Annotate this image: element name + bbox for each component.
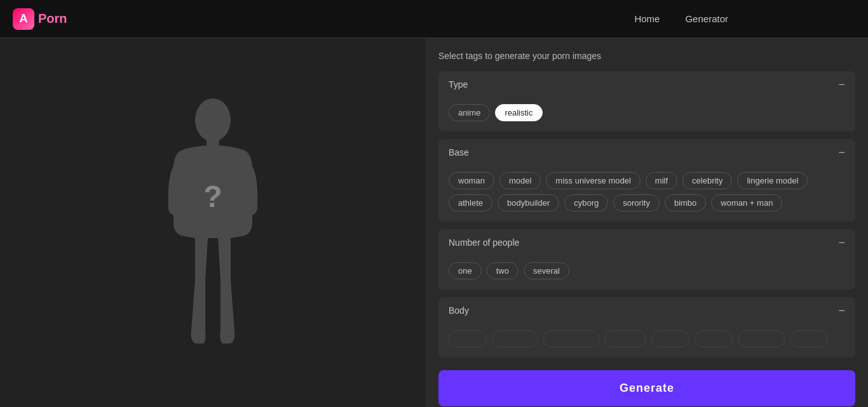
base-tags: woman model miss universe model milf cel… — [449, 172, 845, 211]
tag-body-5 — [651, 330, 689, 347]
section-type-collapse[interactable]: − — [838, 79, 845, 90]
panel-heading: Select tags to generate your porn images — [438, 51, 855, 61]
section-base-body: woman model miss universe model milf cel… — [438, 166, 855, 222]
section-base-collapse[interactable]: − — [838, 147, 845, 158]
generate-button[interactable]: Generate — [438, 370, 855, 406]
section-type-body: anime realistic — [438, 98, 855, 131]
section-number-collapse[interactable]: − — [838, 237, 845, 248]
tag-model[interactable]: model — [499, 172, 541, 189]
section-number-of-people: Number of people − one two several — [438, 229, 855, 290]
silhouette-container: ? — [0, 38, 426, 407]
section-body-label: Body — [449, 305, 469, 316]
tag-body-6 — [695, 330, 733, 347]
nav-home[interactable]: Home — [634, 13, 660, 24]
number-tags: one two several — [449, 262, 845, 279]
tag-athlete[interactable]: athlete — [449, 194, 492, 211]
tag-two[interactable]: two — [487, 262, 519, 279]
main-nav: Home Generator — [634, 13, 728, 24]
preview-panel: ? — [0, 38, 426, 407]
section-body-body — [438, 324, 855, 357]
tag-celebrity[interactable]: celebrity — [682, 172, 732, 189]
section-base-header[interactable]: Base − — [438, 139, 855, 166]
tag-bimbo[interactable]: bimbo — [665, 194, 706, 211]
section-body-collapse[interactable]: − — [838, 305, 845, 316]
tag-woman[interactable]: woman — [449, 172, 494, 189]
tag-bodybuilder[interactable]: bodybuilder — [498, 194, 559, 211]
tag-body-1 — [449, 330, 487, 347]
nav-generator[interactable]: Generator — [685, 13, 728, 24]
svg-text:?: ? — [203, 180, 222, 213]
tag-anime[interactable]: anime — [449, 104, 490, 121]
tag-cyborg[interactable]: cyborg — [564, 194, 608, 211]
section-number-body: one two several — [438, 256, 855, 290]
tag-body-3 — [543, 330, 599, 347]
section-number-label: Number of people — [449, 237, 519, 248]
section-number-header[interactable]: Number of people − — [438, 229, 855, 256]
header: A Porn Home Generator — [0, 0, 868, 38]
tag-lingerie-model[interactable]: lingerie model — [737, 172, 808, 189]
tag-sorority[interactable]: sorority — [613, 194, 660, 211]
tag-realistic[interactable]: realistic — [495, 104, 542, 121]
section-base: Base − woman model miss universe model m… — [438, 139, 855, 222]
logo-icon: A — [13, 8, 34, 30]
tag-one[interactable]: one — [449, 262, 482, 279]
tags-panel: Select tags to generate your porn images… — [426, 38, 868, 407]
section-body: Body − — [438, 297, 855, 357]
logo-text: Porn — [38, 11, 67, 26]
main-layout: ? Select tags to generate your porn imag… — [0, 38, 868, 407]
logo[interactable]: A Porn — [13, 8, 67, 30]
tag-body-2 — [492, 330, 538, 347]
tag-body-4 — [604, 330, 646, 347]
section-type-header[interactable]: Type − — [438, 71, 855, 98]
body-silhouette: ? — [162, 96, 264, 350]
tag-woman-man[interactable]: woman + man — [711, 194, 782, 211]
tag-body-7 — [738, 330, 784, 347]
type-tags: anime realistic — [449, 104, 845, 121]
tag-milf[interactable]: milf — [646, 172, 677, 189]
tag-miss-universe-model[interactable]: miss universe model — [546, 172, 641, 189]
section-base-label: Base — [449, 147, 469, 157]
section-type: Type − anime realistic — [438, 71, 855, 131]
tag-several[interactable]: several — [524, 262, 569, 279]
section-body-header[interactable]: Body − — [438, 297, 855, 324]
tag-body-8 — [790, 330, 828, 347]
svg-point-0 — [195, 98, 231, 142]
section-type-label: Type — [449, 79, 468, 90]
